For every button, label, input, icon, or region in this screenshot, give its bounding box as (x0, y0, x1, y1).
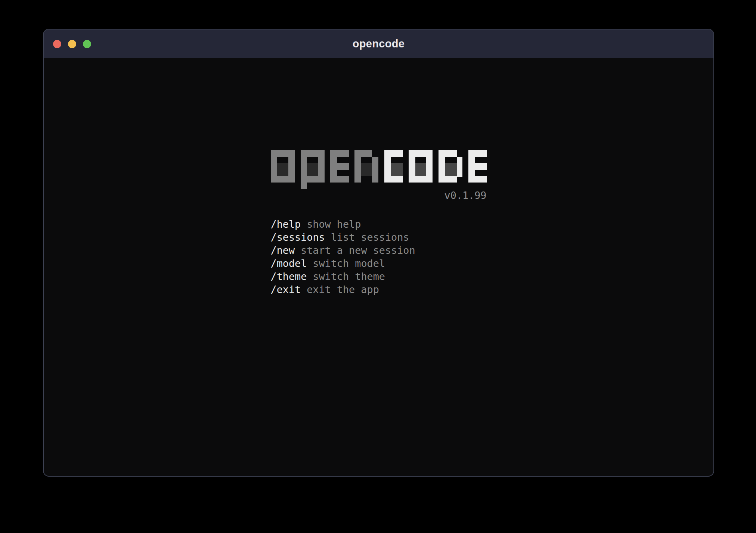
command-name: /model (271, 257, 307, 270)
terminal-content: v0.1.99 /helpshow help/sessionslist sess… (44, 150, 713, 477)
version-label: v0.1.99 (271, 190, 487, 200)
opencode-logo (271, 150, 487, 189)
window-title: opencode (353, 38, 405, 50)
command-description: switch theme (313, 270, 385, 283)
maximize-button[interactable] (83, 40, 91, 48)
minimize-button[interactable] (68, 40, 76, 48)
command-entry: /helpshow help (271, 218, 487, 231)
command-name: /theme (271, 270, 307, 283)
hero-section: v0.1.99 /helpshow help/sessionslist sess… (271, 150, 487, 296)
command-entry: /newstart a new session (271, 244, 487, 257)
command-list: /helpshow help/sessionslist sessions/new… (271, 218, 487, 296)
command-description: show help (307, 218, 361, 231)
traffic-lights (53, 29, 91, 58)
command-description: exit the app (307, 283, 379, 296)
app-window: opencode (43, 29, 714, 477)
close-button[interactable] (53, 40, 61, 48)
command-name: /help (271, 218, 301, 231)
command-description: switch model (313, 257, 385, 270)
command-entry: /exitexit the app (271, 283, 487, 296)
logo-code-counters (391, 163, 457, 176)
command-name: /sessions (271, 231, 325, 244)
command-name: /new (271, 244, 295, 257)
command-description: list sessions (331, 231, 409, 244)
command-entry: /modelswitch model (271, 257, 487, 270)
command-description: start a new session (301, 244, 415, 257)
command-name: /exit (271, 283, 301, 296)
command-entry: /sessionslist sessions (271, 231, 487, 244)
titlebar: opencode (44, 29, 713, 58)
command-entry: /themeswitch theme (271, 270, 487, 283)
